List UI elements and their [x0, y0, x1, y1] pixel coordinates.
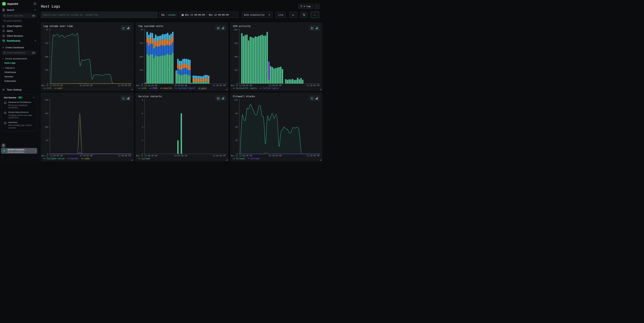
bar-chart-icon[interactable]: [127, 27, 130, 29]
lucene-toggle[interactable]: Lucene: [168, 14, 176, 16]
divider: [0, 44, 38, 44]
dashboard-grid: Log volume over time 1K7505002500Nov 11 …: [41, 23, 322, 161]
legend-item[interactable]: Allowed: [233, 157, 245, 160]
legend-item[interactable]: kernel: [68, 157, 78, 160]
get-started-item[interactable]: Connect to ClickHouse Set up your databa…: [4, 101, 35, 109]
legend-item[interactable]: Failed Logins: [260, 87, 279, 89]
saved-dashboards-input[interactable]: [7, 52, 30, 54]
get-started-card: Get Started 3/3 Connect to ClickHouse Se…: [2, 94, 37, 131]
resize-handle[interactable]: [226, 159, 228, 160]
query-language-toggle[interactable]: SQL | Lucene: [159, 12, 177, 18]
get-started-item[interactable]: Add Data Start sending logs, metrics, or…: [4, 121, 35, 129]
sidebar-item-alerts[interactable]: Alerts: [0, 29, 38, 33]
sidebar: ⚡ HyperDX Search: [0, 0, 39, 162]
get-started-header[interactable]: Get Started 3/3: [4, 96, 35, 99]
sidebar-item-kubernetes[interactable]: Kubernetes: [4, 80, 38, 82]
legend-item[interactable]: fail2ban-server: [44, 157, 65, 160]
no-saved-searches-text: No saved searches: [4, 20, 38, 22]
collapse-sidebar-button[interactable]: [34, 2, 36, 5]
user-menu[interactable]: D dominic.tran@clic... dominic.tran@clic…: [1, 148, 37, 154]
sidebar-item-label: Client Sessions: [7, 35, 36, 37]
line-chart-icon[interactable]: [122, 97, 125, 100]
saved-dashboards-section[interactable]: SAVED DASHBOARDS: [2, 58, 38, 60]
tags-label: 0 Tags: [304, 5, 311, 8]
sidebar-collapse-icon: [34, 2, 36, 5]
legend-item[interactable]: Blocked: [248, 157, 260, 160]
sidebar-item-clickhouse[interactable]: ClickHouse: [4, 71, 38, 74]
journal-icon: [2, 9, 5, 11]
bar-chart-icon[interactable]: [316, 97, 318, 100]
get-started-item[interactable]: Create Data Sources Configure where your…: [4, 111, 35, 119]
chevron-up-icon: [33, 97, 35, 99]
sidebar-item-label: Dashboards: [7, 40, 32, 42]
resize-handle[interactable]: [320, 89, 321, 90]
get-started-item-title: Connect to ClickHouse: [8, 101, 35, 104]
presets-section[interactable]: PRESETS: [2, 67, 38, 69]
sidebar-item-host-logs[interactable]: Host Logs: [4, 62, 38, 64]
sidebar-item-team-settings[interactable]: Team Settings: [0, 87, 38, 92]
chart-mode-toggle: [120, 25, 131, 31]
create-dashboard-button[interactable]: + Create Dashboard: [0, 45, 38, 50]
search-icon: [4, 52, 6, 54]
bar-chart-icon[interactable]: [316, 27, 318, 29]
help-button[interactable]: ?: [1, 143, 6, 148]
resize-handle[interactable]: [320, 159, 321, 160]
saved-searches-input[interactable]: [7, 15, 30, 17]
legend-item[interactable]: warn: [54, 87, 62, 89]
legend-item[interactable]: sshd: [81, 157, 90, 160]
resize-handle[interactable]: [226, 89, 228, 90]
legend-item[interactable]: systemd-logind: [175, 87, 195, 89]
granularity-select[interactable]: Auto Granularity: [242, 12, 272, 18]
get-started-item-desc: Configure where your data comes from: [8, 114, 35, 119]
brand-row: ⚡ HyperDX: [0, 0, 38, 8]
tag-icon: [300, 5, 302, 8]
saved-dashboards-search[interactable]: ⌘K: [2, 51, 37, 55]
live-button[interactable]: Live: [276, 12, 286, 18]
run-query-button[interactable]: ▷: [311, 12, 319, 18]
legend-item[interactable]: +4 more: [198, 87, 207, 89]
legend-item[interactable]: systemd: [138, 157, 150, 160]
shortcut-badge: ⌘K: [32, 15, 36, 17]
sql-toggle[interactable]: SQL: [161, 14, 165, 16]
svg-text:6: 6: [142, 112, 143, 115]
event-search-input[interactable]: [41, 12, 158, 18]
legend-item[interactable]: CRON: [149, 87, 157, 89]
saved-searches-search[interactable]: ⌘K: [2, 14, 37, 18]
line-chart-icon[interactable]: [217, 27, 220, 30]
bar-chart-icon[interactable]: [222, 97, 224, 100]
bar-chart-icon[interactable]: [127, 97, 130, 100]
resize-handle[interactable]: [132, 159, 133, 160]
sidebar-item-search[interactable]: Search: [0, 8, 38, 12]
svg-text:50: 50: [46, 139, 48, 142]
svg-text:10:30:00 AM: 10:30:00 AM: [268, 84, 282, 87]
chart-canvas: 1K7505002500Nov 11 12:00:00 AM10:30:00 A…: [41, 28, 133, 87]
legend-item[interactable]: info: [44, 87, 52, 89]
page-title: Host Logs: [41, 5, 322, 9]
sidebar-item-services[interactable]: Services: [4, 75, 38, 78]
svg-text:300: 300: [234, 56, 238, 58]
legend-item[interactable]: anacron: [160, 87, 172, 89]
user-name: dominic.tran@clic...: [8, 149, 34, 151]
sidebar-item-chart-explorer[interactable]: Chart Explorer: [0, 24, 38, 29]
bell-icon: [2, 30, 5, 32]
tags-button[interactable]: 0 Tags: [298, 4, 313, 9]
line-chart-icon[interactable]: [217, 97, 220, 100]
line-chart-icon[interactable]: [122, 27, 125, 30]
chart-legend: AllowedBlocked: [233, 157, 259, 160]
legend-item[interactable]: Successful Logins: [233, 87, 257, 89]
svg-text:11:30:00 PM: 11:30:00 PM: [212, 84, 226, 87]
line-chart-icon[interactable]: [311, 27, 314, 30]
legend-item[interactable]: sshd: [138, 87, 146, 89]
sidebar-item-dashboards[interactable]: Dashboards: [0, 38, 38, 43]
refresh-button[interactable]: ↻: [289, 12, 297, 18]
date-range-picker[interactable]: Nov 11 00:00:00 - Nov 12 00:00:00: [179, 12, 238, 18]
chart-legend: Successful LoginsFailed Logins: [233, 87, 279, 89]
calendar-icon: [182, 14, 184, 16]
bar-chart-icon[interactable]: [222, 27, 224, 29]
more-options-button[interactable]: ⋮: [314, 4, 320, 9]
svg-text:90: 90: [236, 112, 238, 115]
line-chart-icon[interactable]: [311, 97, 314, 100]
resize-handle[interactable]: [132, 89, 133, 90]
sidebar-item-client-sessions[interactable]: Client Sessions: [0, 33, 38, 38]
filter-button[interactable]: [300, 12, 308, 18]
